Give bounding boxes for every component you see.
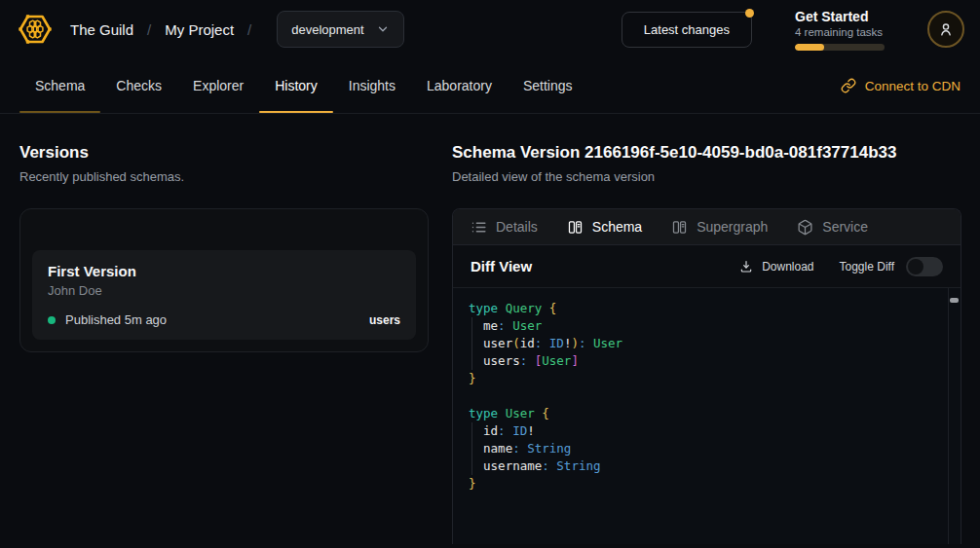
code-line: } xyxy=(469,475,945,493)
main-content: Versions Recently published schemas. Fir… xyxy=(0,114,980,544)
indent-guide xyxy=(471,317,472,370)
schema-view-panel: DetailsSchemaSupergraphService Diff View… xyxy=(452,208,961,544)
code-line: users: [User] xyxy=(469,352,945,370)
versions-title: Versions xyxy=(19,142,429,163)
nav-tab-label: Settings xyxy=(523,78,573,93)
nav-tab-label: History xyxy=(275,78,318,93)
toggle-diff-label: Toggle Diff xyxy=(840,260,894,274)
hive-logo-icon[interactable] xyxy=(16,10,55,49)
schema-view-tab-service[interactable]: Service xyxy=(797,219,868,236)
nav-tab-laboratory[interactable]: Laboratory xyxy=(411,58,508,113)
breadcrumb-separator: / xyxy=(236,21,263,38)
cube-icon xyxy=(797,219,813,236)
get-started-widget[interactable]: Get Started 4 remaining tasks xyxy=(795,9,885,51)
link-icon xyxy=(841,78,856,93)
latest-changes-button[interactable]: Latest changes xyxy=(622,12,752,48)
schema-view-tab-label: Supergraph xyxy=(697,219,768,235)
breadcrumb-separator: / xyxy=(135,21,163,38)
nav-tab-checks[interactable]: Checks xyxy=(100,58,177,113)
get-started-title: Get Started xyxy=(795,9,885,24)
nav-tab-label: Schema xyxy=(35,78,85,93)
code-scrollbar-track xyxy=(948,288,961,544)
switch-knob xyxy=(908,259,923,274)
version-detail-title: Schema Version 2166196f-5e10-4059-bd0a-0… xyxy=(452,142,961,163)
diff-view-header: Diff View Download Toggle Diff xyxy=(453,245,961,288)
nav-tabs: SchemaChecksExplorerHistoryInsightsLabor… xyxy=(19,58,588,113)
connect-to-cdn-label: Connect to CDN xyxy=(865,79,961,93)
nav-tab-label: Explorer xyxy=(193,78,244,93)
columns-icon xyxy=(567,219,584,236)
schema-view-tab-label: Service xyxy=(822,219,868,235)
chevron-down-icon xyxy=(376,22,390,36)
code-line: id: ID! xyxy=(469,422,945,440)
main-nav: SchemaChecksExplorerHistoryInsightsLabor… xyxy=(0,58,980,114)
nav-tab-label: Laboratory xyxy=(427,78,492,93)
person-icon xyxy=(936,19,956,39)
nav-tab-history[interactable]: History xyxy=(259,58,333,113)
list-icon xyxy=(471,219,487,236)
download-icon xyxy=(738,259,754,274)
code-line: me: User xyxy=(469,317,945,335)
indent-guide xyxy=(471,422,472,475)
breadcrumb-project[interactable]: My Project xyxy=(163,21,236,38)
nav-tab-explorer[interactable]: Explorer xyxy=(177,58,259,113)
schema-view-tab-supergraph[interactable]: Supergraph xyxy=(671,219,768,236)
download-button[interactable]: Download xyxy=(738,259,813,274)
connect-to-cdn-button[interactable]: Connect to CDN xyxy=(841,58,961,113)
tab-indicator xyxy=(19,111,100,113)
schema-view-tab-label: Details xyxy=(496,219,538,235)
schema-view-tab-details[interactable]: Details xyxy=(471,219,538,236)
versions-panel: Versions Recently published schemas. Fir… xyxy=(19,142,429,544)
version-service-badge: users xyxy=(369,313,400,327)
code-lines: type Query { me: User user(id: ID!): Use… xyxy=(469,300,945,493)
code-line: user(id: ID!): User xyxy=(469,335,945,352)
schema-code-viewer: type Query { me: User user(id: ID!): Use… xyxy=(453,288,961,544)
published-status-dot xyxy=(48,316,56,324)
app-header: The Guild / My Project / development Lat… xyxy=(0,0,980,58)
versions-list-card: First Version John Doe Published 5m ago … xyxy=(19,208,429,352)
toggle-diff-switch[interactable] xyxy=(906,257,943,276)
code-line: username: String xyxy=(469,457,945,475)
version-author: John Doe xyxy=(48,283,400,298)
version-name: First Version xyxy=(48,263,400,279)
honeycomb-cells xyxy=(27,20,43,38)
breadcrumb-org[interactable]: The Guild xyxy=(68,21,135,38)
nav-tab-schema[interactable]: Schema xyxy=(19,58,100,113)
diff-view-title: Diff View xyxy=(471,258,532,274)
code-line: type Query { xyxy=(469,300,945,317)
schema-view-tab-schema[interactable]: Schema xyxy=(567,219,642,236)
version-detail-subtitle: Detailed view of the schema version xyxy=(452,169,961,185)
code-scrollbar-thumb[interactable] xyxy=(950,298,959,303)
get-started-progress-fill xyxy=(795,44,824,51)
nav-tab-label: Checks xyxy=(116,78,162,93)
tab-indicator xyxy=(259,111,333,113)
schema-view-tabs: DetailsSchemaSupergraphService xyxy=(453,209,961,245)
notification-dot xyxy=(745,9,754,18)
nav-tab-settings[interactable]: Settings xyxy=(508,58,588,113)
nav-tab-insights[interactable]: Insights xyxy=(333,58,411,113)
latest-changes-label: Latest changes xyxy=(644,22,730,37)
target-selector[interactable]: development xyxy=(277,11,403,48)
version-detail-panel: Schema Version 2166196f-5e10-4059-bd0a-0… xyxy=(452,142,961,544)
version-status: Published 5m ago xyxy=(65,312,167,327)
code-line: } xyxy=(469,370,945,387)
code-line: type User { xyxy=(469,405,945,422)
download-label: Download xyxy=(762,260,813,274)
code-line: name: String xyxy=(469,440,945,457)
get-started-subtitle: 4 remaining tasks xyxy=(795,26,885,38)
columns-icon xyxy=(671,219,688,236)
nav-tab-label: Insights xyxy=(349,78,396,93)
get-started-progressbar xyxy=(795,44,885,51)
user-avatar[interactable] xyxy=(927,11,964,48)
schema-view-tab-label: Schema xyxy=(592,219,642,235)
code-line xyxy=(469,387,945,405)
version-list-item[interactable]: First Version John Doe Published 5m ago … xyxy=(32,250,416,340)
versions-subtitle: Recently published schemas. xyxy=(19,169,429,185)
target-selector-value: development xyxy=(291,22,363,37)
